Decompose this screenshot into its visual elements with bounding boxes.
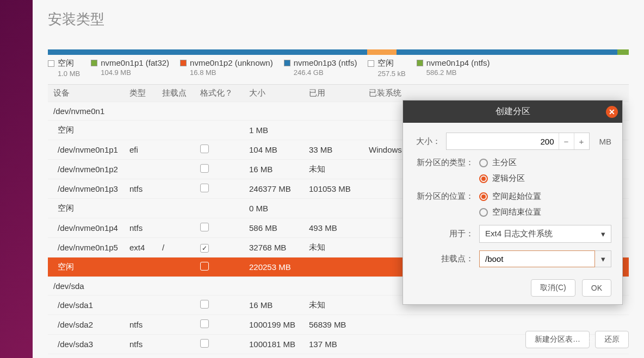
cell-type: ntfs <box>129 184 162 193</box>
legend-swatch <box>91 60 97 66</box>
format-checkbox[interactable] <box>200 300 209 309</box>
chevron-down-icon: ▾ <box>601 229 605 239</box>
type-label: 新分区的类型： <box>414 158 474 168</box>
format-checkbox[interactable] <box>200 145 209 153</box>
cell-device: /dev/nvme0n1p2 <box>53 165 129 174</box>
cell-device: /dev/sda1 <box>53 300 129 310</box>
legend-label: 空闲 <box>377 58 394 68</box>
watermark: CSDN @凤尘 <box>585 335 629 345</box>
cell-device: /dev/sda2 <box>53 320 129 329</box>
cell-size: 220253 MB <box>249 262 309 272</box>
location-label: 新分区的位置： <box>414 191 474 202</box>
cell-size: 586 MB <box>249 223 309 233</box>
cell-device: /dev/nvme0n1p4 <box>53 223 129 233</box>
legend-swatch <box>368 60 374 67</box>
format-checkbox[interactable] <box>200 164 209 173</box>
legend-label: nvme0n1p3 (ntfs) <box>294 58 357 67</box>
cell-format <box>200 184 249 194</box>
ok-button[interactable]: OK <box>582 279 611 297</box>
new-partition-table-button[interactable]: 新建分区表… <box>525 331 590 348</box>
legend: 空闲1.0 MBnvme0n1p1 (fat32)104.9 MBnvme0n1… <box>48 58 629 78</box>
cell-size: 1 MB <box>249 125 309 135</box>
cell-size: 32768 MB <box>249 243 309 252</box>
format-checkbox[interactable] <box>200 223 209 231</box>
legend-sub: 257.5 kB <box>377 70 405 78</box>
radio-loc-end[interactable]: 空间结束位置 <box>479 207 541 217</box>
format-checkbox[interactable] <box>200 262 209 271</box>
cell-format <box>200 319 249 330</box>
cell-type: ntfs <box>129 223 162 233</box>
cell-size: 16 MB <box>249 300 309 310</box>
legend-swatch <box>48 60 54 67</box>
format-checkbox[interactable] <box>200 339 209 348</box>
size-input[interactable] <box>447 134 559 149</box>
col-format: 格式化？ <box>200 88 249 98</box>
cell-type: efi <box>129 145 162 154</box>
close-icon[interactable]: ✕ <box>606 106 618 118</box>
cell-used: 未知 <box>309 164 369 174</box>
cell-device: 空闲 <box>53 203 129 213</box>
use-as-label: 用于： <box>414 229 474 239</box>
cell-format <box>200 223 249 233</box>
radio-primary[interactable]: 主分区 <box>479 158 525 168</box>
cell-format <box>200 262 249 272</box>
dialog-title: 创建分区 <box>496 106 530 116</box>
mountpoint-dropdown-button[interactable]: ▾ <box>595 250 611 267</box>
dialog-title-bar: 创建分区 ✕ <box>403 101 622 123</box>
cell-type: ntfs <box>129 320 162 329</box>
legend-item: nvme0n1p2 (unknown)16.8 MB <box>180 58 273 78</box>
mount-label: 挂载点： <box>414 254 474 264</box>
cell-size: 1000181 MB <box>249 340 309 349</box>
cell-size: 104 MB <box>249 145 309 154</box>
cell-device: /dev/nvme0n1p1 <box>53 145 129 154</box>
legend-swatch <box>180 60 187 66</box>
cell-device: /dev/nvme0n1 <box>53 106 129 116</box>
radio-icon <box>479 159 488 167</box>
legend-item: nvme0n1p3 (ntfs)246.4 GB <box>284 58 357 78</box>
cell-device: /dev/sda <box>53 281 129 291</box>
cell-used: 56839 MB <box>309 320 369 329</box>
cell-format <box>200 164 249 174</box>
cell-format <box>200 300 249 310</box>
cell-device: /dev/nvme0n1p5 <box>53 243 129 252</box>
cancel-button[interactable]: 取消(C) <box>531 279 575 297</box>
col-system: 已装系统 <box>369 88 434 98</box>
format-checkbox[interactable] <box>200 184 209 192</box>
mountpoint-input[interactable] <box>479 250 595 267</box>
legend-swatch <box>284 60 290 66</box>
legend-item: nvme0n1p1 (fat32)104.9 MB <box>91 58 169 78</box>
loc-begin-label: 空间起始位置 <box>492 191 541 202</box>
format-checkbox[interactable] <box>200 319 209 328</box>
size-plus-button[interactable]: + <box>574 133 589 149</box>
legend-label: 空闲 <box>58 58 74 68</box>
cell-device: 空闲 <box>53 125 129 135</box>
cell-device: /dev/nvme0n1p3 <box>53 184 129 193</box>
cell-used: 未知 <box>309 300 369 310</box>
size-minus-button[interactable]: − <box>559 133 574 149</box>
cell-used: 101053 MB <box>309 184 369 193</box>
loc-end-label: 空间结束位置 <box>492 207 541 217</box>
cell-format <box>200 339 249 349</box>
filesystem-value: Ext4 日志文件系统 <box>485 229 553 239</box>
cell-size: 246377 MB <box>249 184 309 193</box>
page-title: 安装类型 <box>48 10 629 29</box>
size-unit: MB <box>599 137 612 146</box>
cell-used: 493 MB <box>309 223 369 233</box>
cell-size: 0 MB <box>249 204 309 213</box>
disk-usage-bar <box>48 49 629 55</box>
cell-device: 空闲 <box>53 262 129 272</box>
cell-used: 未知 <box>309 242 369 253</box>
legend-item: nvme0n1p4 (ntfs)586.2 MB <box>417 58 490 78</box>
cell-used: 137 MB <box>309 340 369 349</box>
radio-logical[interactable]: 逻辑分区 <box>479 173 525 184</box>
cell-format <box>200 243 249 253</box>
col-device: 设备 <box>53 88 129 98</box>
cell-format <box>200 145 249 155</box>
radio-icon <box>479 208 488 217</box>
radio-loc-begin[interactable]: 空间起始位置 <box>479 191 541 202</box>
filesystem-select[interactable]: Ext4 日志文件系统 ▾ <box>479 225 611 243</box>
create-partition-dialog: 创建分区 ✕ 大小： − + MB 新分区的类型： 主分区 逻辑分区 <box>403 100 623 305</box>
legend-sub: 16.8 MB <box>190 68 273 77</box>
legend-label: nvme0n1p1 (fat32) <box>101 58 169 67</box>
format-checkbox[interactable] <box>200 244 209 253</box>
